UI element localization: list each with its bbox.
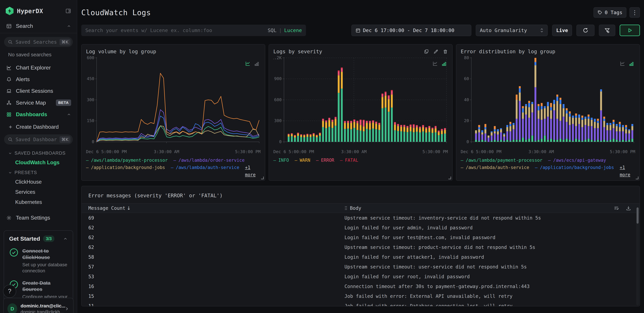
column-message-count[interactable]: Message Count ↓ (82, 205, 344, 211)
refresh-button[interactable] (576, 25, 594, 36)
chevron-up-icon[interactable] (67, 24, 71, 28)
step-connect-clickhouse[interactable]: Connect to ClickHouse Set up your databa… (9, 248, 68, 274)
granularity-select[interactable]: Auto Granularity (476, 25, 548, 36)
table-row[interactable]: 62Login failed for user test@test.com, i… (82, 233, 640, 242)
kbd-shortcut: ⌘K (60, 136, 70, 143)
legend-item[interactable]: —/aws/lambda/payment-processor (461, 157, 542, 164)
bar-chart-toggle[interactable] (442, 61, 446, 66)
table-row[interactable]: 15Job failed with error: External API un… (82, 291, 640, 301)
brand-name: HyperDX (17, 7, 43, 14)
legend-item[interactable]: —/aws/lambda/auth-service (461, 164, 529, 178)
sql-toggle[interactable]: SQL (268, 27, 276, 33)
chevron-up-icon[interactable] (67, 112, 71, 117)
bar-chart-toggle[interactable] (254, 61, 259, 66)
legend-item[interactable]: —/application/background-jobs (535, 164, 614, 178)
saved-dashboards-input[interactable] (16, 137, 57, 142)
saved-dashboards-box[interactable]: ⌘K (4, 134, 73, 145)
collapse-sidebar-icon[interactable] (66, 8, 71, 14)
delete-icon[interactable] (443, 49, 448, 54)
create-dashboard-button[interactable]: Create Dashboard (0, 120, 77, 134)
chart-legend: —/aws/lambda/payment-processor—/aws/ecs/… (461, 157, 635, 178)
table-row[interactable]: 58Login failed for user attacker1, inval… (82, 252, 640, 262)
line-chart-toggle[interactable] (432, 61, 438, 66)
legend-item[interactable]: —/aws/lambda/order-service (174, 157, 245, 164)
legend-item[interactable]: —WARN (295, 157, 310, 164)
sidebar-item-chart-explorer[interactable]: Chart Explorer (0, 62, 77, 74)
help-button[interactable]: ? (3, 285, 16, 298)
sidebar-item-client-sessions[interactable]: Client Sessions (0, 85, 77, 97)
table-row[interactable]: 53Login failed for user root, invalid pa… (82, 272, 640, 282)
sidebar-item-label: Service Map (16, 100, 46, 106)
event-search-input[interactable] (85, 27, 268, 33)
run-query-button[interactable] (620, 25, 640, 36)
scrollbar-thumb[interactable] (636, 207, 638, 224)
drag-handle-icon[interactable] (344, 206, 347, 210)
cell-body: Job failed with error: External API unav… (344, 294, 640, 299)
section-saved-dashboards[interactable]: SAVED DASHBOARDS (0, 148, 77, 157)
table-header: Message Count ↓ Body (82, 203, 640, 213)
legend-item[interactable]: —FATAL (340, 157, 358, 164)
more-options-button[interactable]: ⋮ (630, 7, 640, 18)
chevron-up-icon[interactable] (63, 236, 68, 241)
no-saved-searches-text: No saved searches (0, 51, 77, 62)
legend-more-link[interactable]: +1 more (245, 164, 260, 178)
search-icon (8, 137, 13, 142)
legend-item[interactable]: —INFO (273, 157, 289, 164)
event-search-box[interactable]: SQL | Lucene (81, 25, 306, 36)
section-presets[interactable]: PRESETS (0, 168, 77, 177)
lucene-toggle[interactable]: Lucene (284, 27, 302, 33)
table-row[interactable]: 11Job failed with error: Database connec… (82, 301, 640, 307)
column-body[interactable]: Body (344, 205, 619, 211)
legend-item[interactable]: —/aws/ecs/api-gateway (548, 157, 606, 164)
line-chart-toggle[interactable] (245, 61, 251, 66)
create-dashboard-label: Create Dashboard (16, 124, 58, 130)
panel-logs-by-severity: Logs by severity 03006009001.2K Dec 6 5:… (268, 44, 452, 181)
wrap-text-icon[interactable] (614, 205, 619, 211)
x-axis-labels: Dec 6 5:00:00 PM3:30:00 AM5:30:00 PM (273, 148, 448, 155)
bar-chart-toggle[interactable] (629, 61, 634, 66)
table-scrollbar[interactable] (636, 207, 639, 306)
table-row[interactable]: 69Upstream service timeout: inventory-se… (82, 213, 640, 223)
live-button[interactable]: Live (552, 25, 572, 36)
table-row[interactable]: 57Upstream service timeout: user-service… (82, 262, 640, 272)
sidebar-item-service-map[interactable]: Service Map BETA (0, 97, 77, 109)
table-row[interactable]: 62Login failed for user admin, invalid p… (82, 223, 640, 233)
user-card[interactable]: D dominic.tran@clic... dominic.tran@clic… (4, 298, 74, 313)
chart-canvas: 0150300450600 (86, 55, 260, 148)
sidebar-item-kubernetes[interactable]: Kubernetes (0, 197, 77, 207)
duplicate-icon[interactable] (424, 49, 429, 54)
edit-icon[interactable] (433, 49, 438, 54)
date-range-button[interactable]: Dec 6 17:00:00 - Dec 7 18:00:00 (352, 25, 471, 36)
sidebar-item-alerts[interactable]: Alerts (0, 74, 77, 85)
step-title: Create Data Sources (22, 280, 68, 293)
svg-text:60: 60 (464, 76, 469, 81)
step-title: Connect to ClickHouse (22, 248, 68, 260)
sidebar-item-services[interactable]: Services (0, 187, 77, 197)
sidebar-item-search[interactable]: Search (0, 20, 77, 32)
legend-item[interactable]: —/aws/lambda/auth-service (171, 164, 239, 178)
cell-count: 62 (82, 235, 344, 240)
sidebar-item-cloudwatch-logs[interactable]: CloudWatch Logs (0, 157, 77, 168)
table-row[interactable]: 62Upstream service timeout: product-serv… (82, 242, 640, 252)
select-chevrons-icon (540, 27, 544, 33)
cell-body: Login failed for user admin, invalid pas… (344, 225, 640, 231)
saved-searches-box[interactable]: ⌘K (4, 37, 73, 47)
saved-searches-input[interactable] (16, 39, 57, 45)
download-icon[interactable] (626, 205, 631, 211)
cell-body: Upstream service timeout: user-service d… (344, 264, 640, 270)
svg-text:0: 0 (466, 139, 469, 144)
tags-button[interactable]: 0 Tags (594, 7, 626, 18)
legend-more-link[interactable]: +1 more (620, 164, 635, 178)
sidebar-item-team-settings[interactable]: Team Settings (0, 212, 77, 224)
filter-button[interactable] (599, 25, 615, 36)
chart-type-toggles (620, 61, 634, 66)
table-row[interactable]: 16Connection timeout after 30s to paymen… (82, 282, 640, 291)
cell-body: Login failed for user root, invalid pass… (344, 274, 640, 280)
sidebar-item-dashboards[interactable]: Dashboards (0, 109, 77, 120)
line-chart-toggle[interactable] (620, 61, 626, 66)
chart-legend: —/aws/lambda/payment-processor—/aws/lamb… (86, 157, 260, 178)
legend-item[interactable]: —/aws/lambda/payment-processor (86, 157, 168, 164)
legend-item[interactable]: —/application/background-jobs (86, 164, 165, 178)
sidebar-item-clickhouse[interactable]: ClickHouse (0, 177, 77, 187)
legend-item[interactable]: —ERROR (316, 157, 334, 164)
